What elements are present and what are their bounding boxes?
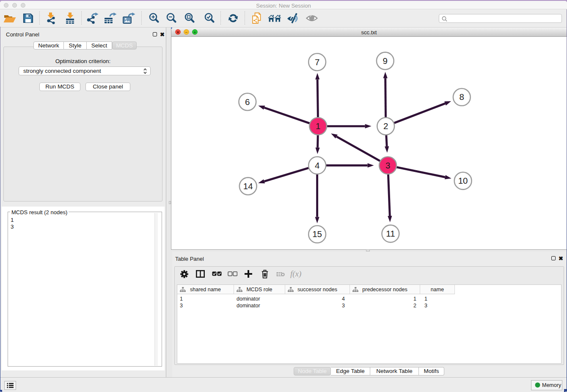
svg-text:9: 9 <box>383 56 388 66</box>
svg-text:2: 2 <box>383 121 388 131</box>
svg-text:1: 1 <box>316 121 320 131</box>
svg-text:6: 6 <box>245 97 250 107</box>
svg-text:11: 11 <box>386 229 395 238</box>
svg-text:8: 8 <box>460 92 464 102</box>
svg-text:4: 4 <box>315 160 319 170</box>
svg-text:7: 7 <box>315 57 319 67</box>
svg-text:14: 14 <box>243 181 253 191</box>
svg-text:15: 15 <box>312 229 322 239</box>
svg-text:3: 3 <box>385 160 390 170</box>
svg-text:10: 10 <box>458 176 468 185</box>
